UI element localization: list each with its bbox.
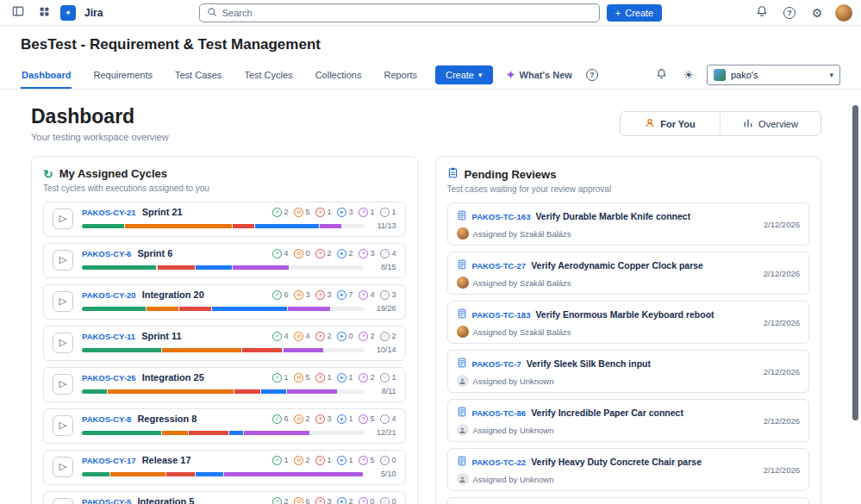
sun-icon: ☀ — [683, 69, 695, 81]
status-badge: ×1 — [315, 208, 331, 217]
cycle-row[interactable]: ▷ PAKOS-CY-8 Regression 8 ✓6⊘2×3▸1»5○4 1… — [43, 408, 406, 444]
cycle-key-link[interactable]: PAKOS-CY-11 — [82, 332, 135, 341]
review-row[interactable]: PAKOS-TC-22 Verify Heavy Duty Concrete C… — [447, 448, 810, 491]
progress-segment — [82, 224, 124, 228]
cycles-panel-title: My Assigned Cycles — [59, 167, 167, 180]
status-count: 7 — [348, 290, 353, 299]
status-icon: ○ — [380, 249, 390, 258]
gear-icon: ⚙ — [812, 7, 823, 19]
bell-icon — [756, 5, 768, 20]
status-badge: ▸1 — [337, 414, 353, 424]
dashboard-main: Dashboard Your testing workspace overvie… — [0, 90, 861, 504]
cycle-row[interactable]: ▷ PAKOS-CY-6 Sprint 6 ✓4⊘0×2▸2»3○4 8/15 — [43, 243, 406, 278]
settings-button[interactable]: ⚙ — [808, 3, 827, 22]
progress-count: 19/26 — [371, 304, 396, 313]
run-cycle-button[interactable]: ▷ — [53, 457, 73, 477]
progress-segment — [125, 224, 232, 228]
testcase-key-link[interactable]: PAKOS-TC-86 — [472, 408, 527, 418]
testcase-key-link[interactable]: PAKOS-TC-183 — [472, 310, 531, 320]
testcase-key-link[interactable]: PAKOS-TC-7 — [472, 359, 521, 369]
testcase-key-link[interactable]: PAKOS-TC-27 — [472, 261, 527, 271]
cycle-key-link[interactable]: PAKOS-CY-6 — [82, 249, 131, 258]
status-icon: ✓ — [272, 249, 282, 258]
tab-requirements[interactable]: Requirements — [92, 61, 153, 89]
cycle-key-link[interactable]: PAKOS-CY-5 — [82, 497, 131, 504]
toggle-for-you[interactable]: For You — [621, 112, 721, 135]
status-icon: ✓ — [272, 414, 282, 424]
global-create-button[interactable]: + Create — [607, 4, 662, 22]
project-selector[interactable]: pako's ▾ — [707, 65, 840, 85]
run-cycle-button[interactable]: ▷ — [53, 333, 73, 353]
cycle-row[interactable]: ▷ PAKOS-CY-5 Integration 5 ✓2⊘6×3▸2»0○0 … — [43, 491, 406, 504]
review-row[interactable]: PAKOS-TC-163 Verify Durable Marble Knife… — [447, 202, 810, 246]
status-badge: ⊘5 — [294, 208, 309, 217]
progress-segment — [110, 472, 165, 476]
status-badge: ○4 — [380, 249, 396, 258]
assignee-avatar — [457, 227, 469, 240]
tab-collections[interactable]: Collections — [315, 61, 363, 89]
review-row[interactable]: PAKOS-TC-86 Verify Incredible Paper Car … — [447, 399, 810, 442]
assigned-by: Assigned by Unknown — [473, 376, 554, 386]
status-badge: ○1 — [380, 208, 396, 217]
app-switcher-button[interactable] — [34, 3, 53, 22]
cycle-row[interactable]: ▷ PAKOS-CY-25 Integration 25 ✓1⊘5×1▸1»2○… — [43, 367, 406, 402]
tab-help-button[interactable]: ? — [583, 65, 602, 84]
cycle-key-link[interactable]: PAKOS-CY-25 — [82, 373, 136, 383]
review-row[interactable]: PAKOS-TC-183 Verify Enormous Marble Keyb… — [447, 301, 810, 344]
document-icon — [457, 405, 467, 420]
toggle-overview[interactable]: Overview — [721, 112, 820, 135]
cycle-key-link[interactable]: PAKOS-CY-17 — [82, 456, 136, 465]
progress-segment — [82, 265, 156, 270]
status-badge: ▸1 — [337, 456, 353, 465]
reviews-panel-subtitle: Test cases waiting for your review appro… — [447, 184, 810, 194]
tab-reports[interactable]: Reports — [383, 61, 418, 89]
tab-test-cases[interactable]: Test Cases — [174, 61, 222, 89]
sidebar-toggle-button[interactable] — [9, 3, 28, 22]
cycle-name: Integration 20 — [142, 289, 204, 300]
status-badge: ⊘5 — [294, 373, 309, 383]
jira-logo-icon: ✦ — [60, 5, 76, 21]
progress-segment — [82, 389, 107, 394]
tab-create-button[interactable]: Create ▾ — [435, 65, 493, 84]
whats-new-button[interactable]: ✦ What's New — [507, 69, 572, 81]
review-row[interactable]: PAKOS-TC-91 Verify Awesome Rubber Hat pr… — [447, 497, 810, 504]
cycle-row[interactable]: ▷ PAKOS-CY-21 Sprint 21 ✓2⊘5×1▸3»1○1 11/… — [43, 202, 406, 237]
status-count: 2 — [305, 414, 309, 423]
status-count: 4 — [370, 290, 374, 299]
theme-toggle-button[interactable]: ☀ — [679, 65, 698, 84]
run-cycle-button[interactable]: ▷ — [53, 415, 73, 436]
review-row[interactable]: PAKOS-TC-7 Verify Sleek Silk Bench input… — [447, 350, 810, 393]
review-row[interactable]: PAKOS-TC-27 Verify Aerodynamic Copper Cl… — [447, 252, 810, 295]
cycle-row[interactable]: ▷ PAKOS-CY-20 Integration 20 ✓6⊘3×3▸7»4○… — [43, 284, 406, 320]
run-cycle-button[interactable]: ▷ — [53, 250, 73, 271]
chevron-down-icon: ▾ — [478, 71, 483, 79]
status-badge: »5 — [359, 456, 374, 465]
user-avatar[interactable] — [835, 4, 852, 22]
run-cycle-button[interactable]: ▷ — [53, 208, 73, 229]
global-search[interactable] — [199, 3, 600, 22]
run-cycle-button[interactable]: ▷ — [53, 291, 73, 312]
status-icon: ✓ — [272, 208, 282, 217]
cycle-row[interactable]: ▷ PAKOS-CY-11 Sprint 11 ✓4⊘4×2▸0»2○2 10/… — [43, 326, 406, 361]
status-badges: ✓2⊘5×1▸3»1○1 — [266, 208, 396, 217]
tab-dashboard[interactable]: Dashboard — [21, 61, 72, 89]
progress-segment — [196, 472, 223, 476]
run-cycle-button[interactable]: ▷ — [53, 374, 73, 395]
search-input[interactable] — [222, 8, 592, 18]
status-badge: ▸7 — [337, 290, 353, 300]
run-cycle-button[interactable]: ▷ — [53, 498, 73, 504]
cycle-key-link[interactable]: PAKOS-CY-8 — [82, 414, 131, 424]
status-icon: ○ — [380, 332, 390, 341]
testcase-key-link[interactable]: PAKOS-TC-163 — [472, 212, 531, 221]
vertical-scrollbar[interactable] — [852, 105, 858, 420]
cycle-row[interactable]: ▷ PAKOS-CY-17 Release 17 ✓1⊘2×1▸1»5○0 5/… — [43, 450, 406, 485]
tab-test-cycles[interactable]: Test Cycles — [243, 61, 293, 89]
status-badges: ✓6⊘3×3▸7»4○3 — [266, 290, 396, 300]
help-button[interactable]: ? — [780, 3, 799, 22]
notifications-button[interactable] — [752, 3, 771, 22]
testcase-key-link[interactable]: PAKOS-TC-22 — [472, 457, 527, 467]
status-badge: ○1 — [380, 373, 396, 383]
cycle-key-link[interactable]: PAKOS-CY-21 — [82, 208, 136, 217]
panel-notifications-button[interactable] — [652, 65, 671, 84]
cycle-key-link[interactable]: PAKOS-CY-20 — [82, 290, 136, 300]
